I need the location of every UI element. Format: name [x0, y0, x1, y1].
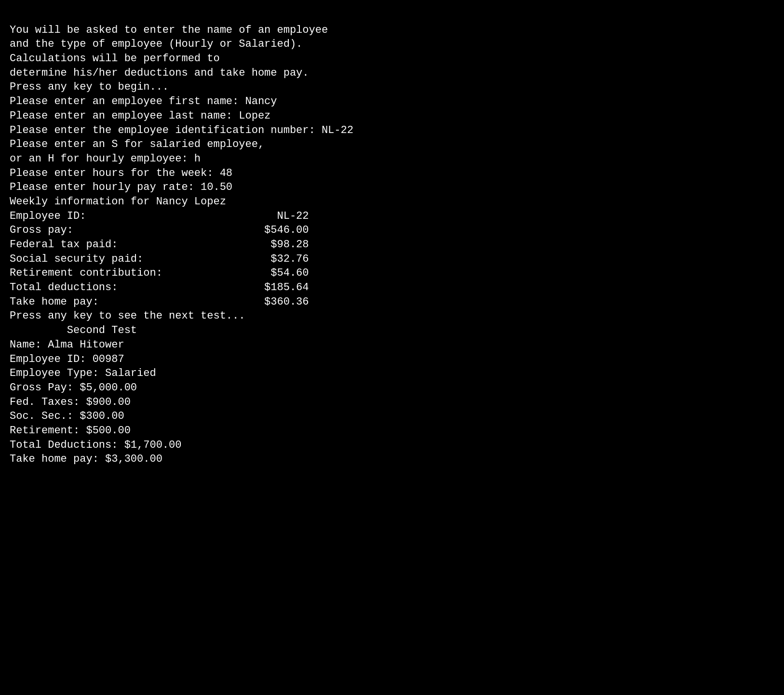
- terminal-line-13: or an H for hourly employee: h: [10, 152, 774, 166]
- terminal-line-22: Federal tax paid: $98.28: [10, 238, 774, 252]
- terminal-line-36: Fed. Taxes: $900.00: [10, 395, 774, 410]
- terminal-line-27: Take home pay: $360.36: [10, 295, 774, 309]
- terminal-line-18: Weekly information for Nancy Lopez: [10, 195, 774, 209]
- terminal-line-37: Soc. Sec.: $300.00: [10, 409, 774, 424]
- terminal-output: You will be asked to enter the name of a…: [10, 9, 774, 467]
- terminal-line-24: Retirement contribution: $54.60: [10, 266, 774, 281]
- terminal-line-4: Calculations will be performed to: [10, 52, 774, 66]
- terminal-line-7: Press any key to begin...: [10, 80, 774, 94]
- terminal-line-38: Retirement: $500.00: [10, 424, 774, 438]
- terminal-line-17: Please enter hourly pay rate: 10.50: [10, 180, 774, 195]
- terminal-line-41: Take home pay: $3,300.00: [10, 452, 774, 467]
- terminal-line-8: Please enter an employee first name: Nan…: [10, 94, 774, 109]
- terminal-line-21: Gross pay: $546.00: [10, 223, 774, 238]
- terminal-line-12: Please enter an S for salaried employee,: [10, 137, 774, 152]
- terminal-line-34: Employee Type: Salaried: [10, 366, 774, 381]
- terminal-line-15: Please enter hours for the week: 48: [10, 166, 774, 181]
- terminal-line-23: Social security paid: $32.76: [10, 252, 774, 267]
- terminal-line-2: and the type of employee (Hourly or Sala…: [10, 37, 774, 52]
- terminal-line-33: Employee ID: 00987: [10, 352, 774, 367]
- terminal-line-40: Total Deductions: $1,700.00: [10, 438, 774, 453]
- terminal-line-25: Total deductions: $185.64: [10, 281, 774, 295]
- terminal-line-35: Gross Pay: $5,000.00: [10, 381, 774, 395]
- terminal-line-28: Press any key to see the next test...: [10, 309, 774, 323]
- terminal-line-1: You will be asked to enter the name of a…: [10, 23, 774, 38]
- terminal-line-29: Second Test: [10, 323, 774, 338]
- terminal-line-32: Name: Alma Hitower: [10, 338, 774, 352]
- terminal-line-9: Please enter an employee last name: Lope…: [10, 109, 774, 123]
- terminal-line-20: Employee ID: NL-22: [10, 209, 774, 224]
- terminal-line-10: Please enter the employee identification…: [10, 123, 774, 138]
- terminal-line-5: determine his/her deductions and take ho…: [10, 66, 774, 80]
